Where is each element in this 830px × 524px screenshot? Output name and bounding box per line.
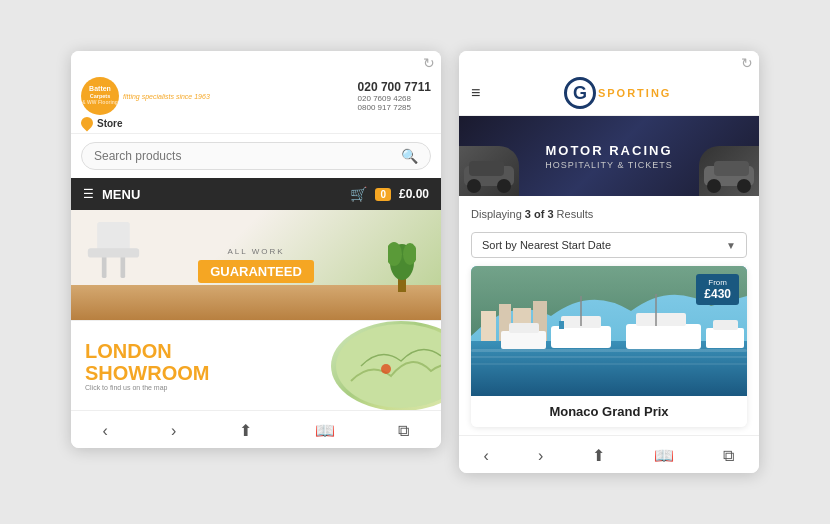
sort-arrow-icon: ▼ [726, 240, 736, 251]
sort-label: Sort by Nearest Start Date [482, 239, 611, 251]
right-header: ≡ G SPORTING [459, 71, 759, 116]
results-count: 3 of 3 [525, 208, 554, 220]
right-refresh-icon[interactable]: ↻ [741, 55, 753, 71]
hero-banner[interactable]: MOTOR RACING HOSPITALITY & TICKETS [459, 116, 759, 196]
forward-button[interactable]: › [163, 420, 184, 442]
svg-point-21 [737, 179, 751, 193]
go-logo: G SPORTING [488, 77, 747, 109]
svg-rect-38 [713, 320, 738, 330]
guaranteed-banner[interactable]: ALL WORK GUARANTEED [71, 210, 441, 320]
london-banner[interactable]: LONDON SHOWROOM Click to find us on the … [71, 320, 441, 410]
svg-rect-19 [714, 161, 749, 176]
phone-alt2: 0800 917 7285 [358, 103, 431, 112]
right-topbar: ↻ [459, 51, 759, 71]
svg-point-13 [381, 364, 391, 374]
svg-rect-7 [88, 248, 139, 257]
go-g-letter: G [564, 77, 596, 109]
logo-circle: Batten Carpets & WW Flooring [81, 77, 119, 115]
location-pin-icon [79, 115, 96, 132]
sort-dropdown[interactable]: Sort by Nearest Start Date ▼ [471, 232, 747, 258]
price-from-label: From [704, 278, 731, 287]
hamburger-icon[interactable]: ☰ [83, 187, 94, 201]
store-label: Store [97, 118, 123, 129]
phone-number-block: 020 700 7711 020 7609 4268 0800 917 7285 [358, 80, 431, 112]
search-bar[interactable]: 🔍 [81, 142, 431, 170]
logo-brand: Batten Carpets & WW Flooring fitting spe… [81, 77, 210, 115]
svg-point-20 [707, 179, 721, 193]
guaranteed-badge: GUARANTEED [198, 260, 314, 283]
right-bottom-nav: ‹ › ⬆ 📖 ⧉ [459, 435, 759, 473]
go-sporting-label: SPORTING [598, 87, 671, 99]
all-work-text: ALL WORK [227, 247, 284, 256]
cart-icon[interactable]: 🛒 [350, 186, 367, 202]
cart-amount: £0.00 [399, 187, 429, 201]
right-back-button[interactable]: ‹ [476, 445, 497, 467]
left-refresh-icon[interactable]: ↻ [423, 55, 435, 71]
svg-rect-6 [121, 255, 126, 278]
right-bookmarks-button[interactable]: 📖 [646, 444, 682, 467]
displaying-label: Displaying 3 of 3 Results [471, 208, 593, 220]
svg-rect-39 [471, 349, 747, 352]
share-button[interactable]: ⬆ [231, 419, 260, 442]
product-image: From £430 [471, 266, 747, 396]
svg-rect-35 [501, 331, 546, 349]
svg-text:& WW Flooring: & WW Flooring [82, 99, 118, 105]
bookmarks-button[interactable]: 📖 [307, 419, 343, 442]
go-sporting-text: SPORTING [598, 87, 671, 99]
left-topbar: ↻ [71, 51, 441, 71]
product-card[interactable]: From £430 Monaco Grand Prix [471, 266, 747, 427]
right-phone: ↻ ≡ G SPORTING [459, 51, 759, 473]
svg-text:Batten: Batten [89, 85, 111, 92]
hero-subtitle: HOSPITALITY & TICKETS [545, 160, 673, 170]
left-phone: ↻ Batten Carpets & WW Flooring fitting s… [71, 51, 441, 448]
london-subtitle: Click to find us on the map [85, 384, 209, 391]
price-badge: From £430 [696, 274, 739, 305]
menu-bar: ☰ MENU 🛒 0 £0.00 [71, 178, 441, 210]
svg-rect-28 [551, 326, 611, 348]
store-row: Store [81, 117, 431, 129]
svg-rect-36 [509, 323, 539, 333]
left-bottom-nav: ‹ › ⬆ 📖 ⧉ [71, 410, 441, 448]
svg-rect-5 [102, 255, 107, 278]
svg-point-16 [467, 179, 481, 193]
svg-rect-37 [706, 328, 744, 348]
svg-point-17 [497, 179, 511, 193]
hero-title: MOTOR RACING [545, 143, 672, 158]
cart-count-badge: 0 [375, 188, 391, 201]
phone-main: 020 700 7711 [358, 80, 431, 94]
menu-label: MENU [102, 187, 342, 202]
search-icon: 🔍 [401, 148, 418, 164]
svg-rect-15 [469, 161, 504, 176]
price-amount: £430 [704, 287, 731, 301]
results-section: Displaying 3 of 3 Results [459, 196, 759, 226]
search-input[interactable] [94, 149, 401, 163]
svg-rect-32 [626, 324, 701, 349]
hero-cars-left [459, 146, 519, 196]
plant-icon [388, 232, 416, 292]
right-tabs-button[interactable]: ⧉ [715, 445, 742, 467]
tabs-button[interactable]: ⧉ [390, 420, 417, 442]
london-map-icon [331, 321, 441, 410]
right-share-button[interactable]: ⬆ [584, 444, 613, 467]
right-forward-button[interactable]: › [530, 445, 551, 467]
chair-icon [86, 222, 141, 292]
back-button[interactable]: ‹ [95, 420, 116, 442]
svg-rect-23 [481, 311, 496, 341]
brand-tagline: fitting specialists since 1963 [123, 93, 210, 100]
main-container: ↻ Batten Carpets & WW Flooring fitting s… [51, 31, 779, 493]
london-text: LONDON SHOWROOM Click to find us on the … [85, 340, 209, 391]
london-title-line2: SHOWROOM [85, 362, 209, 384]
product-name: Monaco Grand Prix [481, 404, 737, 419]
svg-rect-40 [471, 356, 747, 358]
right-hamburger-icon[interactable]: ≡ [471, 84, 480, 102]
london-title-line1: LONDON [85, 340, 209, 362]
logo-row: Batten Carpets & WW Flooring fitting spe… [81, 77, 431, 115]
product-info: Monaco Grand Prix [471, 396, 747, 427]
brand-text-block: fitting specialists since 1963 [123, 92, 210, 100]
svg-rect-31 [559, 321, 564, 329]
svg-rect-41 [471, 363, 747, 365]
svg-rect-33 [636, 313, 686, 326]
left-header: Batten Carpets & WW Flooring fitting spe… [71, 71, 441, 134]
phone-alt1: 020 7609 4268 [358, 94, 431, 103]
hero-cars-right [699, 146, 759, 196]
